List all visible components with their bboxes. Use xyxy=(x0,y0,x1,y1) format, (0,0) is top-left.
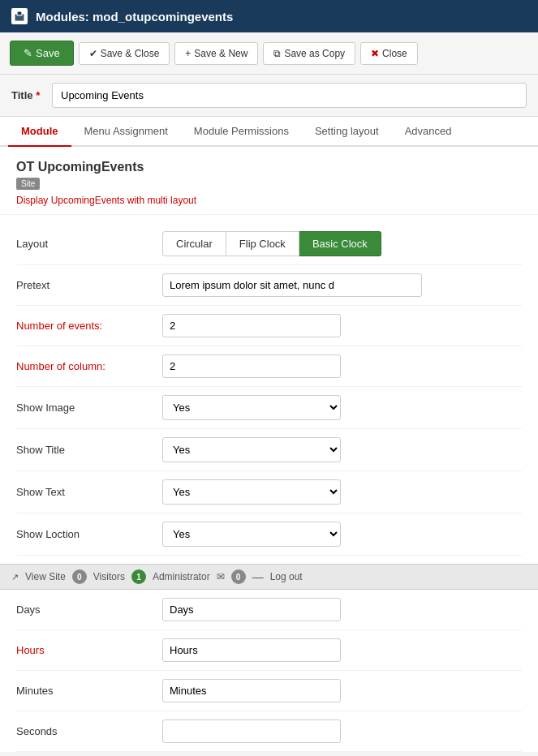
tabs: Module Menu Assignment Module Permission… xyxy=(0,117,538,147)
days-label: Days xyxy=(16,604,162,616)
minutes-label: Minutes xyxy=(16,685,162,697)
layout-row: Layout Circular Flip Clock Basic Clock xyxy=(16,223,522,265)
show-title-row: Show Title Yes No xyxy=(16,429,522,471)
number-column-input[interactable] xyxy=(162,354,341,378)
copy-icon: ⧉ xyxy=(273,48,281,59)
module-description: Display UpcomingEvents with multi layout xyxy=(16,195,522,206)
hours-label: Hours xyxy=(16,644,162,656)
logout-link[interactable]: Log out xyxy=(270,571,303,582)
tab-advanced[interactable]: Advanced xyxy=(392,117,465,147)
show-location-select[interactable]: Yes No xyxy=(162,522,341,547)
show-text-select[interactable]: Yes No xyxy=(162,479,341,505)
layout-circular-button[interactable]: Circular xyxy=(162,231,226,256)
save-as-copy-button[interactable]: ⧉ Save as Copy xyxy=(263,42,355,65)
dash-icon: — xyxy=(252,570,264,583)
tab-module-permissions[interactable]: Module Permissions xyxy=(181,117,302,147)
number-column-row: Number of column: xyxy=(16,346,522,387)
online-count-badge: 0 xyxy=(231,569,246,584)
show-location-row: Show Loction Yes No xyxy=(16,513,522,556)
show-image-label: Show Image xyxy=(16,402,162,414)
layout-label: Layout xyxy=(16,238,162,250)
number-events-input[interactable] xyxy=(162,314,341,337)
minutes-input[interactable] xyxy=(162,679,341,702)
seconds-row: Seconds xyxy=(16,711,522,752)
statusbar: ↗ View Site 0 Visitors 1 Administrator ✉… xyxy=(0,564,538,590)
tab-module[interactable]: Module xyxy=(8,117,71,147)
save-and-new-button[interactable]: + Save & New xyxy=(174,42,258,65)
administrator-count-badge: 1 xyxy=(131,569,146,584)
hours-input[interactable] xyxy=(162,638,341,662)
title-input[interactable] xyxy=(52,83,527,108)
svg-rect-2 xyxy=(15,15,24,20)
layout-flip-clock-button[interactable]: Flip Clock xyxy=(226,231,299,256)
seconds-label: Seconds xyxy=(16,725,162,737)
module-title: OT UpcomingEvents xyxy=(16,160,522,174)
tab-menu-assignment[interactable]: Menu Assignment xyxy=(71,117,181,147)
minutes-row: Minutes xyxy=(16,671,522,711)
number-events-label: Number of events: xyxy=(16,320,162,332)
module-icon xyxy=(11,8,28,24)
show-image-row: Show Image Yes No xyxy=(16,387,522,429)
plus-icon: + xyxy=(185,48,191,59)
visitors-count-badge: 0 xyxy=(72,569,87,584)
site-badge: Site xyxy=(16,178,40,190)
administrator-label: Administrator xyxy=(153,571,210,582)
close-button[interactable]: ✖ Close xyxy=(360,42,418,65)
show-location-label: Show Loction xyxy=(16,528,162,540)
layout-buttons: Circular Flip Clock Basic Clock xyxy=(162,231,381,256)
pretext-row: Pretext xyxy=(16,265,522,306)
show-text-label: Show Text xyxy=(16,486,162,498)
checkmark-icon: ✔ xyxy=(89,48,97,59)
module-header: OT UpcomingEvents Site Display UpcomingE… xyxy=(0,147,538,215)
title-area: Title * xyxy=(0,75,538,117)
title-label: Title * xyxy=(11,89,44,101)
days-row: Days xyxy=(16,590,522,630)
show-image-select[interactable]: Yes No xyxy=(162,395,341,420)
view-site-link[interactable]: View Site xyxy=(25,571,66,582)
days-input[interactable] xyxy=(162,598,341,621)
pretext-label: Pretext xyxy=(16,279,162,291)
toolbar: ✎ Save ✔ Save & Close + Save & New ⧉ Sav… xyxy=(0,32,538,75)
pretext-input[interactable] xyxy=(162,273,422,297)
tab-setting-layout[interactable]: Setting layout xyxy=(302,117,392,147)
save-button[interactable]: ✎ Save xyxy=(10,41,74,66)
content-area: OT UpcomingEvents Site Display UpcomingE… xyxy=(0,147,538,564)
save-and-close-button[interactable]: ✔ Save & Close xyxy=(79,42,170,65)
envelope-icon: ✉ xyxy=(217,571,225,582)
page-header: Modules: mod_otupcomingevents xyxy=(0,0,538,32)
external-link-icon: ↗ xyxy=(11,572,19,582)
show-title-label: Show Title xyxy=(16,444,162,456)
form-section: Layout Circular Flip Clock Basic Clock P… xyxy=(0,215,538,564)
visitors-label: Visitors xyxy=(93,571,125,582)
number-events-row: Number of events: xyxy=(16,306,522,346)
page-title: Modules: mod_otupcomingevents xyxy=(36,10,233,24)
bottom-form: Days Hours Minutes Seconds xyxy=(0,590,538,752)
hours-row: Hours xyxy=(16,630,522,671)
show-text-row: Show Text Yes No xyxy=(16,471,522,513)
layout-basic-clock-button[interactable]: Basic Clock xyxy=(299,231,381,256)
save-icon: ✎ xyxy=(24,47,32,59)
number-column-label: Number of column: xyxy=(16,360,162,372)
close-icon: ✖ xyxy=(371,48,379,59)
show-title-select[interactable]: Yes No xyxy=(162,437,341,462)
seconds-input[interactable] xyxy=(162,719,341,743)
